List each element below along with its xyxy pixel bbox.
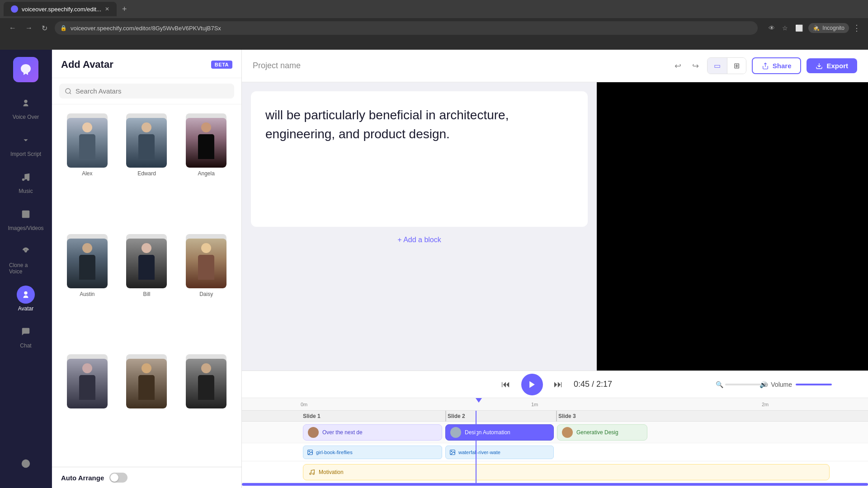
avatar-name-daisy: Daisy (199, 291, 213, 297)
add-block-button[interactable]: + Add a block (251, 230, 588, 249)
search-icon (65, 88, 72, 95)
timeline-section: ⏮ ⏭ 0:45 / 2:17 🔍 ⊕ 🔊 Volume (242, 371, 868, 488)
auto-arrange-toggle[interactable] (109, 473, 127, 483)
sidebar-item-voiceover[interactable]: Voice Over (5, 89, 46, 125)
avatar-label: Avatar (18, 305, 33, 312)
avatar-card-angela[interactable]: Angela (178, 110, 234, 227)
zoom-slider[interactable] (725, 384, 761, 385)
avatar-img-alex (67, 113, 108, 168)
avatar-img-edward (126, 113, 167, 168)
layout-single-button[interactable]: ▭ (708, 58, 727, 74)
browser-tabbar: voiceover.speechify.com/edit... ✕ + (0, 0, 868, 18)
share-button[interactable]: Share (752, 57, 802, 74)
svg-point-5 (66, 89, 71, 94)
topbar: Project name ↩ ↪ ▭ ⊞ Share (242, 50, 868, 82)
avatar-icon-wrap (17, 286, 35, 304)
sidebar-item-chat[interactable]: Chat (5, 318, 46, 353)
images-label: Images/Videos (8, 225, 43, 231)
redo-button[interactable]: ↪ (689, 58, 702, 74)
avatar-card-p8[interactable] (119, 351, 175, 461)
toggle-knob (110, 474, 118, 482)
tab-favicon (11, 5, 18, 13)
sidebar-item-avatar[interactable]: Avatar (5, 281, 46, 316)
share-icon (762, 62, 769, 70)
slide-content: will be particularly beneficial in archi… (251, 91, 588, 227)
ruler-mark-2m: 2m (762, 402, 769, 407)
sidebar-item-import[interactable]: Import Script (5, 127, 46, 162)
incognito-badge: 🕵 Incognito (808, 23, 849, 33)
tab-close-button[interactable]: ✕ (105, 6, 109, 12)
new-tab-button[interactable]: + (118, 3, 131, 16)
progress-bar[interactable] (242, 483, 868, 486)
window-icon[interactable]: ⬜ (793, 23, 805, 33)
avatar-block-2[interactable]: Design Automation (445, 424, 554, 441)
volume-label: Volume (771, 381, 792, 388)
topbar-actions: ↩ ↪ ▭ ⊞ Share Export (672, 57, 857, 74)
tab-title: voiceover.speechify.com/edit... (22, 6, 101, 13)
avatar-name-bill: Bill (143, 291, 150, 297)
avatar-card-bill[interactable]: Bill (119, 230, 175, 347)
slide-label-2: Slide 2 (448, 411, 465, 422)
image-block-2[interactable]: waterfall-river-wate (445, 446, 554, 459)
avatar-card-austin[interactable]: Austin (59, 230, 115, 347)
image-block-1-text: girl-book-fireflies (316, 450, 353, 455)
slide-text: will be particularly beneficial in archi… (265, 106, 573, 144)
app-container: Voice Over Import Script Music (0, 50, 868, 488)
slide-editor: will be particularly beneficial in archi… (242, 82, 597, 371)
layout-grid-button[interactable]: ⊞ (727, 58, 746, 74)
eye-icon: 👁 (767, 23, 777, 33)
avatar-card-p9[interactable] (178, 351, 234, 461)
avatar-block-1[interactable]: Over the next de (303, 424, 442, 441)
refresh-button[interactable]: ↻ (40, 22, 49, 34)
avatar-img-p9 (186, 354, 226, 408)
image-block-1[interactable]: girl-book-fireflies (303, 446, 442, 459)
chat-label: Chat (20, 343, 31, 349)
sidebar-item-music[interactable]: Music (5, 164, 46, 199)
avatar-panel: Add Avatar BETA Alex (52, 50, 242, 488)
avatar-img-austin (67, 234, 108, 288)
search-input-wrap[interactable] (59, 84, 234, 99)
browser-tab[interactable]: voiceover.speechify.com/edit... ✕ (4, 2, 117, 16)
avatar-icon (21, 290, 31, 300)
music-block[interactable]: Motivation (303, 464, 830, 480)
slide-label-1: Slide 1 (303, 411, 321, 422)
avatar-img-p7 (67, 354, 108, 408)
address-box[interactable]: 🔒 voiceover.speechify.com/editor/8Gy5WvB… (55, 21, 758, 35)
star-icon[interactable]: ☆ (780, 23, 790, 33)
export-button[interactable]: Export (807, 58, 857, 73)
avatar-name-austin: Austin (80, 291, 94, 297)
search-input[interactable] (75, 87, 229, 95)
panel-title: Add Avatar (61, 59, 113, 70)
avatar-block-3[interactable]: Generative Desig (557, 424, 647, 441)
play-button[interactable] (521, 374, 543, 395)
forward-button[interactable]: → (24, 22, 34, 34)
avatar-card-edward[interactable]: Edward (119, 110, 175, 227)
time-separator: / (592, 380, 596, 389)
sidebar-item-clone[interactable]: Clone a Voice (5, 238, 46, 279)
ruler-mark-1m: 1m (531, 402, 538, 407)
sidebar-item-help[interactable] (5, 450, 46, 477)
playhead-music-row (476, 461, 476, 483)
zoom-out-button[interactable]: 🔍 (716, 381, 723, 388)
avatar-grid: Alex Edward Angela (52, 104, 241, 467)
import-icon (21, 135, 31, 145)
back-button[interactable]: ← (7, 22, 18, 34)
undo-button[interactable]: ↩ (672, 58, 684, 74)
music-block-icon (309, 469, 315, 475)
avatar-card-p7[interactable] (59, 351, 115, 461)
voiceover-icon (21, 98, 31, 108)
skip-back-button[interactable]: ⏮ (498, 375, 514, 393)
skip-forward-button[interactable]: ⏭ (550, 375, 566, 393)
avatar-img-angela (186, 113, 226, 168)
browser-menu-button[interactable]: ⋮ (853, 23, 861, 33)
avatar-name-angela: Angela (198, 170, 214, 177)
volume-slider[interactable] (796, 384, 832, 385)
beta-badge: BETA (211, 61, 232, 69)
incognito-label: Incognito (822, 25, 844, 31)
avatar-card-alex[interactable]: Alex (59, 110, 115, 227)
image-block-2-text: waterfall-river-wate (458, 450, 500, 455)
sidebar-item-images[interactable]: Images/Videos (5, 201, 46, 236)
chat-icon (21, 327, 31, 337)
avatar-card-daisy[interactable]: Daisy (178, 230, 234, 347)
slide-divider-1 (445, 411, 446, 422)
